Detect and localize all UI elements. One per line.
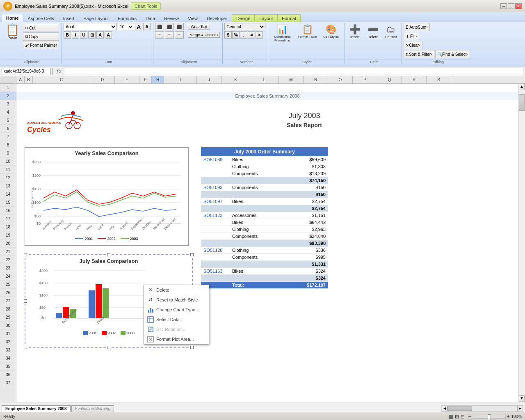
number-format-select[interactable]: General — [224, 23, 265, 30]
align-top-right-button[interactable]: ⬛ — [175, 23, 184, 30]
align-top-center-button[interactable]: ⬛ — [165, 23, 174, 30]
clear-button[interactable]: ✕ Clear ▾ — [404, 41, 422, 49]
zoom-increase-icon[interactable]: + — [507, 414, 510, 419]
paste-button[interactable]: 📋 Paste — [3, 23, 21, 41]
align-center-button[interactable]: ≡ — [165, 31, 174, 39]
tab-aspose[interactable]: Aspose.Cells — [23, 14, 59, 22]
tab-design[interactable]: Design — [232, 14, 255, 22]
scroll-right-btn[interactable]: ► — [517, 406, 523, 411]
conditional-formatting-button[interactable]: 📊 Conditional Formatting — [270, 23, 294, 43]
minimize-btn[interactable]: ─ — [500, 3, 507, 9]
col-header-p[interactable]: P — [353, 76, 377, 83]
autosum-button[interactable]: Σ AutoSum ▾ — [404, 23, 430, 31]
tab-review[interactable]: Review — [160, 14, 183, 22]
format-button[interactable]: 🗂 Format — [383, 23, 399, 40]
restore-btn[interactable]: □ — [508, 3, 514, 9]
font-color-button[interactable]: A — [105, 31, 112, 39]
tab-home[interactable]: Home — [2, 14, 23, 22]
align-top-left-button[interactable]: ⬛ — [155, 23, 164, 30]
order-link-so51128[interactable]: SO51128 — [203, 248, 222, 253]
tab-view[interactable]: View — [183, 14, 202, 22]
merge-center-button[interactable]: Merge & Center ▾ — [188, 32, 220, 38]
scroll-up-btn[interactable]: ▲ — [519, 84, 525, 90]
cell-styles-button[interactable]: 🎨 Cell Styles — [320, 23, 342, 40]
col-header-e[interactable]: E — [115, 76, 139, 83]
cut-button[interactable]: ✂ Cut — [23, 24, 59, 32]
italic-button[interactable]: I — [72, 31, 79, 39]
col-header-d[interactable]: D — [90, 76, 115, 83]
tab-layout[interactable]: Layout — [255, 14, 277, 22]
col-header-f[interactable]: F — [139, 76, 152, 83]
order-link-so51097[interactable]: SO51097 — [203, 199, 222, 204]
order-link-so51093[interactable]: SO51093 — [203, 185, 222, 190]
font-grow-button[interactable]: A — [135, 23, 142, 30]
col-header-a[interactable]: A — [16, 76, 25, 83]
format-as-table-button[interactable]: 📋 Format Table — [296, 23, 318, 40]
chart-handle-bottom[interactable] — [107, 346, 110, 349]
zoom-decrease-icon[interactable]: ─ — [468, 414, 471, 419]
col-header-s[interactable]: S — [427, 76, 451, 83]
title-bar-controls[interactable]: ─ □ ✕ — [500, 3, 522, 9]
col-header-r[interactable]: R — [402, 76, 427, 83]
delete-button[interactable]: ➖ Delete — [365, 23, 381, 40]
chart-handle-top-right[interactable] — [190, 253, 194, 256]
context-menu-format-plot[interactable]: Format Plot Area... — [144, 334, 209, 344]
scroll-down-btn[interactable]: ▼ — [519, 395, 525, 402]
vertical-scrollbar[interactable]: ▲ ▼ — [518, 84, 525, 402]
insert-button[interactable]: ➕ Insert — [347, 23, 363, 40]
sheet-tab-warning[interactable]: Evaluation Warning — [71, 405, 114, 412]
chart-handle-left[interactable] — [24, 299, 27, 303]
format-painter-button[interactable]: 🖌 Format Painter — [23, 41, 59, 49]
col-header-h[interactable]: H — [152, 76, 164, 83]
chart-handle-top-left[interactable] — [24, 253, 27, 256]
context-menu-select-data[interactable]: Select Data... — [144, 315, 209, 324]
tab-data[interactable]: Data — [141, 14, 160, 22]
chart-handle-bottom-left[interactable] — [24, 346, 27, 349]
col-header-m[interactable]: M — [279, 76, 304, 83]
chart-handle-bottom-right[interactable] — [190, 346, 194, 349]
zoom-slider[interactable] — [473, 415, 506, 419]
sheet-tab-main[interactable]: Employee Sales Summary 2008 — [2, 405, 71, 412]
font-shrink-button[interactable]: A — [143, 23, 151, 30]
sheet-view-page-layout-icon[interactable]: ⊞ — [455, 414, 459, 420]
col-header-j[interactable]: J — [197, 76, 221, 83]
tab-formulas[interactable]: Formulas — [113, 14, 141, 22]
context-menu-change-chart-type[interactable]: Change Chart Type... — [144, 305, 209, 315]
bold-button[interactable]: B — [64, 31, 71, 39]
align-right-button[interactable]: ≡ — [175, 31, 184, 39]
zoom-thumb[interactable] — [488, 414, 491, 420]
formula-input[interactable] — [65, 68, 523, 75]
tab-insert[interactable]: Insert — [59, 14, 79, 22]
tab-developer[interactable]: Developer — [202, 14, 232, 22]
context-menu-reset-style[interactable]: ↺ Reset to Match Style — [144, 295, 209, 305]
order-link-so51089[interactable]: SO51089 — [203, 157, 222, 162]
context-menu-delete[interactable]: ✕ Delete — [144, 285, 209, 295]
name-box[interactable] — [2, 68, 51, 75]
order-link-so51123[interactable]: SO51123 — [203, 213, 222, 218]
font-name-select[interactable]: Arial — [64, 23, 117, 30]
col-header-l[interactable]: L — [250, 76, 279, 83]
close-btn[interactable]: ✕ — [515, 3, 522, 9]
h-scroll-thumb[interactable] — [447, 406, 472, 411]
tab-page-layout[interactable]: Page Layout — [79, 14, 113, 22]
sheet-view-normal-icon[interactable]: ▦ — [449, 414, 453, 420]
comma-button[interactable]: , — [240, 31, 247, 39]
col-header-n[interactable]: N — [304, 76, 328, 83]
align-left-button[interactable]: ≡ — [155, 31, 164, 39]
currency-button[interactable]: $ — [224, 31, 232, 39]
underline-button[interactable]: U — [80, 31, 87, 39]
sheet-view-page-break-icon[interactable]: ⊟ — [461, 414, 465, 420]
order-link-so51163[interactable]: SO51163 — [203, 269, 222, 274]
yearly-chart-container[interactable]: Yearly Sales Comparison $250 $200 $150 $… — [25, 147, 189, 246]
col-header-i[interactable]: I — [164, 76, 197, 83]
col-header-q[interactable]: Q — [377, 76, 402, 83]
increase-decimal-button[interactable]: .0 — [248, 31, 255, 39]
sort-filter-button[interactable]: ⇅ Sort & Filter ▾ — [404, 50, 434, 58]
fill-color-button[interactable]: A — [96, 31, 104, 39]
col-header-b[interactable]: B — [25, 76, 33, 83]
fill-button[interactable]: ⬇ Fill ▾ — [404, 32, 419, 40]
font-size-select[interactable]: 10 — [118, 23, 134, 30]
scroll-left-btn[interactable]: ◄ — [442, 406, 447, 411]
col-header-o[interactable]: O — [328, 76, 353, 83]
copy-button[interactable]: ⧉ Copy — [23, 32, 59, 41]
